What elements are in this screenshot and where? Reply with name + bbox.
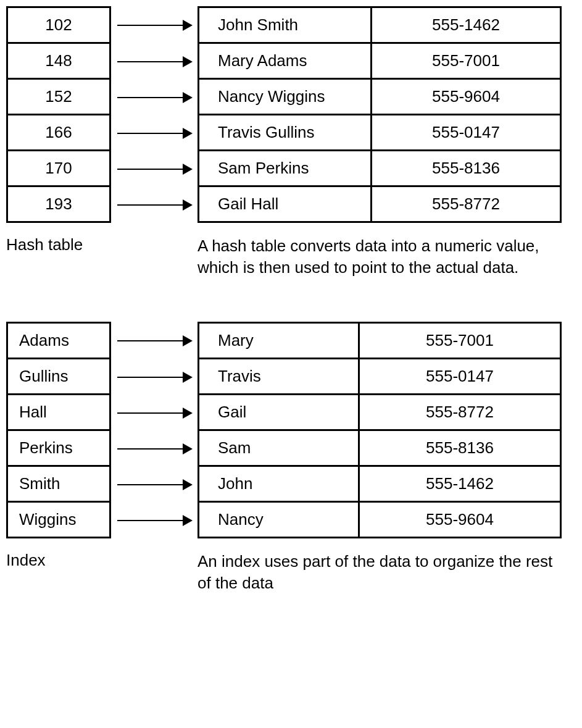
table-row: Adams Mary 555-7001 bbox=[6, 322, 576, 359]
arrow-right-icon bbox=[117, 133, 191, 134]
name-cell: Sam Perkins bbox=[197, 151, 370, 187]
index-key-cell: Adams bbox=[6, 322, 111, 359]
phone-number: 555-8772 bbox=[426, 403, 494, 422]
arrow-cell bbox=[111, 467, 197, 503]
hash-table-grid: 102 John Smith 555-1462 148 Mary Adams 5… bbox=[6, 6, 576, 223]
arrow-right-icon bbox=[117, 340, 191, 341]
person-name: Nancy Wiggins bbox=[218, 87, 325, 106]
arrow-cell bbox=[111, 503, 197, 538]
hash-key: 102 bbox=[45, 15, 72, 35]
index-key: Gullins bbox=[19, 367, 68, 386]
phone-cell: 555-1462 bbox=[358, 467, 562, 503]
table-row: 152 Nancy Wiggins 555-9604 bbox=[6, 80, 576, 115]
table-row: 193 Gail Hall 555-8772 bbox=[6, 187, 576, 223]
arrow-right-icon bbox=[117, 520, 191, 521]
phone-cell: 555-9604 bbox=[358, 503, 562, 538]
table-row: 148 Mary Adams 555-7001 bbox=[6, 44, 576, 80]
hash-table-diagram: 102 John Smith 555-1462 148 Mary Adams 5… bbox=[6, 6, 576, 278]
hash-key-cell: 148 bbox=[6, 44, 111, 80]
arrow-cell bbox=[111, 431, 197, 467]
phone-number: 555-0147 bbox=[426, 367, 494, 386]
index-key: Smith bbox=[19, 474, 60, 493]
phone-cell: 555-8136 bbox=[358, 431, 562, 467]
phone-number: 555-8772 bbox=[432, 195, 500, 214]
phone-cell: 555-9604 bbox=[370, 80, 562, 115]
name-cell: Travis bbox=[197, 359, 358, 395]
arrow-right-icon bbox=[117, 448, 191, 450]
phone-cell: 555-0147 bbox=[358, 359, 562, 395]
arrow-right-icon bbox=[117, 412, 191, 414]
arrow-cell bbox=[111, 187, 197, 223]
person-name: John bbox=[218, 474, 252, 493]
person-name: John Smith bbox=[218, 15, 298, 35]
hash-key-cell: 152 bbox=[6, 80, 111, 115]
person-name: Mary bbox=[218, 331, 254, 350]
hash-key: 170 bbox=[45, 159, 72, 178]
arrow-right-icon bbox=[117, 169, 191, 170]
arrow-right-icon bbox=[117, 204, 191, 206]
arrow-right-icon bbox=[117, 25, 191, 26]
phone-cell: 555-7001 bbox=[370, 44, 562, 80]
name-cell: Mary Adams bbox=[197, 44, 370, 80]
phone-cell: 555-7001 bbox=[358, 322, 562, 359]
phone-number: 555-7001 bbox=[432, 51, 500, 70]
index-diagram: Adams Mary 555-7001 Gullins Travis 555-0… bbox=[6, 322, 576, 594]
phone-number: 555-1462 bbox=[432, 15, 500, 35]
index-caption-row: Index An index uses part of the data to … bbox=[6, 551, 576, 594]
index-description: An index uses part of the data to organi… bbox=[197, 551, 562, 594]
index-key: Wiggins bbox=[19, 510, 76, 529]
name-cell: Sam bbox=[197, 431, 358, 467]
phone-number: 555-7001 bbox=[426, 331, 494, 350]
name-cell: Travis Gullins bbox=[197, 115, 370, 151]
index-label: Index bbox=[6, 551, 197, 594]
person-name: Sam Perkins bbox=[218, 159, 309, 178]
table-row: Gullins Travis 555-0147 bbox=[6, 359, 576, 395]
person-name: Mary Adams bbox=[218, 51, 307, 70]
name-cell: Nancy bbox=[197, 503, 358, 538]
index-key-cell: Perkins bbox=[6, 431, 111, 467]
arrow-right-icon bbox=[117, 97, 191, 98]
hash-key: 166 bbox=[45, 123, 72, 142]
arrow-cell bbox=[111, 322, 197, 359]
person-name: Nancy bbox=[218, 510, 264, 529]
person-name: Travis Gullins bbox=[218, 123, 315, 142]
name-cell: Mary bbox=[197, 322, 358, 359]
table-row: Hall Gail 555-8772 bbox=[6, 395, 576, 431]
table-row: Perkins Sam 555-8136 bbox=[6, 431, 576, 467]
name-cell: Gail bbox=[197, 395, 358, 431]
index-key-cell: Wiggins bbox=[6, 503, 111, 538]
phone-cell: 555-8772 bbox=[370, 187, 562, 223]
hash-key-cell: 193 bbox=[6, 187, 111, 223]
name-cell: John bbox=[197, 467, 358, 503]
hash-caption-row: Hash table A hash table converts data in… bbox=[6, 235, 576, 278]
person-name: Travis bbox=[218, 367, 261, 386]
arrow-right-icon bbox=[117, 61, 191, 62]
table-row: Smith John 555-1462 bbox=[6, 467, 576, 503]
index-key: Adams bbox=[19, 331, 69, 350]
person-name: Gail bbox=[218, 403, 246, 422]
phone-number: 555-9604 bbox=[432, 87, 500, 106]
arrow-cell bbox=[111, 44, 197, 80]
index-key: Perkins bbox=[19, 438, 73, 458]
table-row: Wiggins Nancy 555-9604 bbox=[6, 503, 576, 538]
phone-number: 555-8136 bbox=[432, 159, 500, 178]
index-key-cell: Smith bbox=[6, 467, 111, 503]
arrow-cell bbox=[111, 151, 197, 187]
name-cell: Gail Hall bbox=[197, 187, 370, 223]
table-row: 166 Travis Gullins 555-0147 bbox=[6, 115, 576, 151]
table-row: 170 Sam Perkins 555-8136 bbox=[6, 151, 576, 187]
phone-number: 555-8136 bbox=[426, 438, 494, 458]
index-key-cell: Hall bbox=[6, 395, 111, 431]
phone-number: 555-9604 bbox=[426, 510, 494, 529]
phone-cell: 555-8136 bbox=[370, 151, 562, 187]
arrow-right-icon bbox=[117, 377, 191, 378]
hash-key-cell: 166 bbox=[6, 115, 111, 151]
index-key: Hall bbox=[19, 403, 47, 422]
hash-key: 152 bbox=[45, 87, 72, 106]
hash-key-cell: 170 bbox=[6, 151, 111, 187]
person-name: Gail Hall bbox=[218, 195, 278, 214]
name-cell: Nancy Wiggins bbox=[197, 80, 370, 115]
person-name: Sam bbox=[218, 438, 251, 458]
hash-table-label: Hash table bbox=[6, 235, 197, 278]
phone-number: 555-0147 bbox=[432, 123, 500, 142]
